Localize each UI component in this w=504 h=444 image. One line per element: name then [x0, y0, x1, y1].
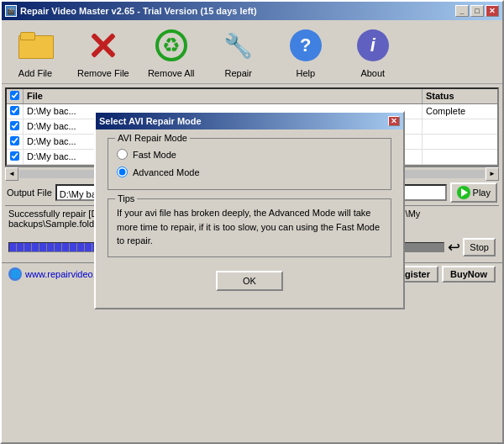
maximize-button[interactable]: □ — [470, 5, 484, 17]
status-col-header: Status — [422, 89, 497, 103]
remove-all-label: Remove All — [148, 68, 195, 78]
row-2-status — [422, 119, 497, 134]
tips-group-label: Tips — [115, 193, 137, 204]
repair-mode-group: AVI Repair Mode Fast Mode Advanced Mode — [108, 138, 391, 190]
output-label: Output File — [7, 188, 52, 198]
progress-segment — [32, 243, 39, 251]
repair-label: Repair — [225, 68, 252, 78]
stop-label: Stop — [470, 242, 489, 252]
about-icon-wrap: i — [353, 25, 393, 66]
row-4-checkbox[interactable] — [10, 151, 19, 161]
repair-button[interactable]: 🔧 Repair — [213, 25, 264, 78]
main-window: 🎬 Repair Video Master v2.65 - Trial Vers… — [0, 0, 504, 444]
repair-mode-group-label: AVI Repair Mode — [115, 133, 190, 143]
fast-mode-radio[interactable] — [117, 149, 128, 160]
advanced-mode-label[interactable]: Advanced Mode — [133, 167, 200, 177]
stop-button[interactable]: Stop — [463, 238, 496, 256]
advanced-mode-row: Advanced Mode — [117, 163, 382, 181]
row-checkbox[interactable] — [7, 104, 24, 119]
info-icon: i — [357, 29, 389, 61]
dialog-footer: OK — [108, 266, 391, 299]
stop-area: ↩ Stop — [448, 238, 496, 256]
row-2-checkbox[interactable] — [10, 121, 19, 130]
minimize-button[interactable]: _ — [455, 5, 469, 17]
progress-segment — [55, 243, 61, 251]
title-bar-text: 🎬 Repair Video Master v2.65 - Trial Vers… — [5, 5, 257, 17]
row-4-checkbox-cell[interactable] — [7, 150, 24, 164]
remove-file-button[interactable]: Remove File — [77, 25, 129, 78]
row-4-status — [422, 150, 497, 164]
recycle-icon — [155, 29, 187, 61]
row-3-checkbox[interactable] — [10, 136, 19, 145]
progress-segment — [24, 243, 31, 251]
play-button[interactable]: Play — [450, 182, 497, 203]
progress-segment — [85, 243, 92, 251]
row-1-status: Complete — [422, 104, 497, 119]
progress-segment — [17, 243, 24, 251]
title-bar: 🎬 Repair Video Master v2.65 - Trial Vers… — [2, 2, 502, 20]
scroll-right-button[interactable]: ► — [486, 167, 499, 181]
app-icon: 🎬 — [5, 5, 17, 17]
file-col-header: File — [24, 89, 422, 103]
dialog-content: AVI Repair Mode Fast Mode Advanced Mode … — [96, 130, 403, 308]
buynow-button[interactable]: BuyNow — [442, 266, 496, 283]
close-button[interactable]: ✕ — [486, 5, 499, 17]
select-all-checkbox[interactable] — [10, 91, 19, 100]
dialog-title-bar: Select AVI Repair Mode ✕ — [96, 113, 403, 130]
tools-icon: 🔧 — [223, 29, 255, 61]
row-3-status — [422, 135, 497, 149]
progress-segment — [70, 243, 76, 251]
remove-all-icon — [151, 25, 192, 66]
dialog-title: Select AVI Repair Mode — [99, 116, 202, 126]
fast-mode-label[interactable]: Fast Mode — [133, 150, 176, 160]
dialog-close-button[interactable]: ✕ — [388, 116, 400, 126]
ok-button[interactable]: OK — [216, 271, 283, 291]
stop-icon: ↩ — [448, 238, 460, 256]
remove-file-label: Remove File — [77, 68, 129, 78]
question-icon: ? — [290, 29, 322, 61]
about-label: About — [360, 68, 385, 78]
remove-all-button[interactable]: Remove All — [146, 25, 197, 78]
help-icon-wrap: ? — [286, 25, 326, 66]
repair-mode-dialog: Select AVI Repair Mode ✕ AVI Repair Mode… — [94, 111, 405, 309]
add-file-icon — [15, 25, 55, 66]
progress-segment — [77, 243, 84, 251]
add-file-label: Add File — [18, 68, 52, 78]
progress-segment — [62, 243, 69, 251]
x-icon — [87, 30, 120, 61]
repair-icon: 🔧 — [218, 25, 259, 66]
help-button[interactable]: ? Help — [281, 25, 331, 78]
tips-group: Tips If your avi file has broken deeply,… — [108, 198, 391, 257]
window-controls: _ □ ✕ — [455, 5, 499, 17]
fast-mode-row: Fast Mode — [117, 145, 382, 163]
row-2-checkbox-cell[interactable] — [7, 119, 24, 134]
tips-text: If your avi file has broken deeply, the … — [117, 206, 382, 248]
help-label: Help — [296, 68, 315, 78]
progress-segment — [9, 243, 16, 251]
folder-icon — [18, 32, 52, 59]
row-1-checkbox[interactable] — [10, 106, 19, 115]
remove-file-icon — [83, 25, 123, 66]
progress-segment — [47, 243, 54, 251]
globe-icon: 🌐 — [8, 267, 22, 281]
play-icon — [457, 186, 470, 199]
add-file-button[interactable]: Add File — [10, 25, 60, 78]
toolbar: Add File Remove File Remove All 🔧 Repair — [2, 20, 502, 84]
play-label: Play — [473, 188, 491, 198]
advanced-mode-radio[interactable] — [117, 166, 128, 177]
scroll-left-button[interactable]: ◄ — [5, 167, 18, 181]
row-3-checkbox-cell[interactable] — [7, 135, 24, 149]
file-list-header: File Status — [7, 89, 497, 104]
check-col-header — [7, 89, 24, 103]
window-title: Repair Video Master v2.65 - Trial Versio… — [20, 6, 257, 16]
about-button[interactable]: i About — [348, 25, 398, 78]
progress-segment — [39, 243, 46, 251]
play-triangle — [461, 188, 468, 197]
